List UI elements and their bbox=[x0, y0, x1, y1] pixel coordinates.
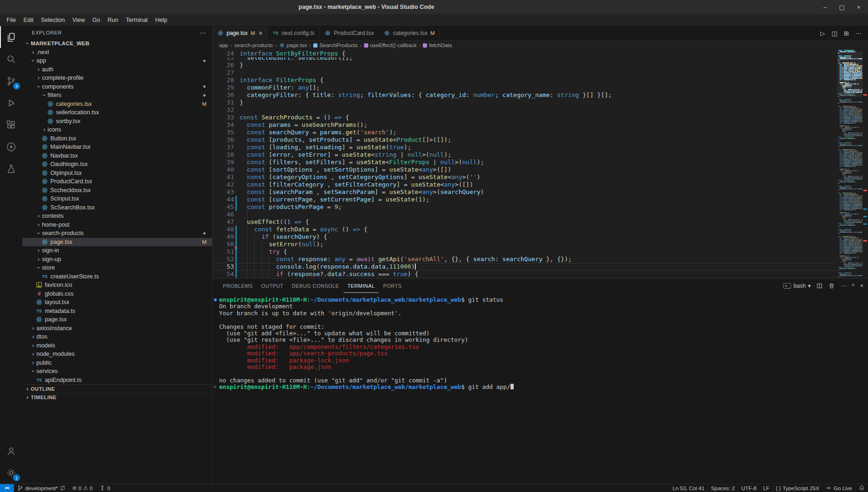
explorer-more-actions-icon[interactable]: ⋯ bbox=[200, 29, 207, 36]
menu-edit[interactable]: Edit bbox=[20, 15, 37, 25]
tree-file-mainnavbar-tsx[interactable]: MainNavbar.tsx bbox=[22, 143, 212, 152]
tree-folder-sign-in[interactable]: ›sign-in bbox=[22, 246, 212, 255]
sidebar-section-outline[interactable]: ›OUTLINE bbox=[22, 384, 212, 393]
code-line[interactable]: 27 bbox=[213, 69, 835, 76]
code-line[interactable]: 32 bbox=[213, 106, 835, 114]
tree-folder-public[interactable]: ›public bbox=[22, 359, 212, 367]
code-line[interactable]: 33const SearchProducts = () => { bbox=[213, 114, 835, 121]
tree-folder-store[interactable]: ›store bbox=[22, 263, 212, 272]
breadcrumb-item-fetchdata[interactable]: fetchData bbox=[423, 42, 452, 48]
tree-root-folder[interactable]: ›MARKETPLACE_WEB bbox=[22, 39, 212, 48]
status-notifications[interactable] bbox=[855, 484, 868, 492]
tree-file-createuserstore-ts[interactable]: TScreateUserStore.ts bbox=[22, 272, 212, 281]
code-line[interactable]: 30 categoryFilter: { title: string; filt… bbox=[213, 91, 835, 99]
tree-folder-contexts[interactable]: ›contexts bbox=[22, 212, 212, 221]
code-line[interactable]: 26} bbox=[213, 62, 835, 69]
tab-page-tsx[interactable]: page.tsxM× bbox=[213, 26, 268, 41]
code-line[interactable]: 42 const [filterCategory , setFilterCate… bbox=[213, 181, 835, 188]
kill-terminal-icon[interactable] bbox=[828, 283, 835, 289]
activity-search[interactable] bbox=[0, 48, 22, 70]
terminal-shell-selector[interactable]: >_bash▾ bbox=[783, 283, 811, 289]
code-line[interactable]: 47 useEffect(() => { bbox=[213, 218, 835, 226]
tree-folder-models[interactable]: ›models bbox=[22, 341, 212, 350]
tree-file-favicon-ico[interactable]: favicon.ico bbox=[22, 281, 212, 290]
tree-folder-next[interactable]: ›.next bbox=[22, 48, 212, 57]
status-indentation[interactable]: Spaces: 2 bbox=[708, 484, 738, 492]
more-actions-icon[interactable]: ⋯ bbox=[855, 30, 861, 37]
status-problems[interactable]: ⊘0⚠0 bbox=[69, 484, 96, 492]
menu-terminal[interactable]: Terminal bbox=[122, 15, 152, 25]
status-eol[interactable]: LF bbox=[760, 484, 772, 492]
status-encoding[interactable]: UTF-8 bbox=[738, 484, 760, 492]
tree-folder-complete-profile[interactable]: ›complete-profile bbox=[22, 74, 212, 83]
code-line[interactable]: 48 const fetchData = async () => { bbox=[213, 226, 835, 233]
code-line[interactable]: 34 const params = useSearchParams(); bbox=[213, 121, 835, 129]
tree-folder-filters[interactable]: ›filters bbox=[22, 91, 212, 100]
breadcrumb-item-page-tsx[interactable]: page.tsx bbox=[279, 42, 307, 48]
minimap-slider[interactable] bbox=[837, 51, 862, 97]
maximize-panel-icon[interactable]: ^ bbox=[852, 283, 854, 289]
menu-selection[interactable]: Selection bbox=[37, 15, 69, 25]
status-cursor-position[interactable]: Ln 53, Col 41 bbox=[669, 484, 708, 492]
code-line[interactable]: 28interface FilterProps { bbox=[213, 76, 835, 84]
activity-run-and-debug[interactable] bbox=[0, 92, 22, 114]
close-button[interactable]: × bbox=[854, 3, 863, 12]
menu-view[interactable]: View bbox=[69, 15, 89, 25]
tree-file-otpinput-tsx[interactable]: OtpInput.tsx bbox=[22, 169, 212, 178]
tree-folder-search-products[interactable]: ›search-products bbox=[22, 229, 212, 238]
tree-folder-services[interactable]: ›services bbox=[22, 367, 212, 376]
tab-next-config-ts[interactable]: TSnext.config.ts bbox=[268, 26, 320, 40]
panel-tab-problems[interactable]: PROBLEMS bbox=[219, 279, 256, 293]
tree-folder-home-post[interactable]: ›home-post bbox=[22, 221, 212, 229]
code-line[interactable]: 36 const [products, setProducts] = useSt… bbox=[213, 136, 835, 144]
close-panel-icon[interactable]: × bbox=[860, 283, 863, 289]
code-line[interactable]: 45 const productsPerPage = 9; bbox=[213, 203, 835, 211]
code-line[interactable]: 50 setError(null); bbox=[213, 241, 835, 248]
tree-folder-icons[interactable]: ›icons bbox=[22, 125, 212, 134]
code-line[interactable]: 53 console.log(response.data.data,111000… bbox=[213, 263, 835, 270]
tree-folder-axiosinstance[interactable]: ›axiosInstance bbox=[22, 324, 212, 333]
split-terminal-icon[interactable] bbox=[816, 283, 823, 289]
code-line[interactable]: 44 const [currentPage, setCurrentPage] =… bbox=[213, 196, 835, 203]
tree-file-layout-tsx[interactable]: layout.tsx bbox=[22, 298, 212, 307]
activity-thunder-client[interactable] bbox=[0, 136, 22, 158]
code-line[interactable]: 54 if (response?.data?.success === true)… bbox=[213, 270, 835, 278]
tree-file-metadata-ts[interactable]: TSmetadata.ts bbox=[22, 307, 212, 316]
overview-ruler[interactable] bbox=[862, 50, 868, 278]
tree-file-productcard-tsx[interactable]: ProductCard.tsx bbox=[22, 177, 212, 186]
tree-file-categories-tsx[interactable]: categories.tsxM bbox=[22, 100, 212, 109]
menu-help[interactable]: Help bbox=[152, 15, 171, 25]
tree-folder-node-modules[interactable]: ›node_modules bbox=[22, 350, 212, 359]
customize-layout-icon[interactable]: ⊞ bbox=[844, 30, 849, 37]
terminal[interactable]: enspirit@enspirit-H110M-H:~/Documents/ma… bbox=[213, 293, 868, 484]
tree-folder-app[interactable]: ›app bbox=[22, 56, 212, 65]
code-line[interactable]: 43 const [searchParam , setSearchParam] … bbox=[213, 188, 835, 196]
code-line[interactable]: 40 const [sortOptions , setSortOptions] … bbox=[213, 166, 835, 173]
activity-source-control[interactable]: 4 bbox=[0, 70, 22, 92]
tree-folder-dtos[interactable]: ›dtos bbox=[22, 333, 212, 341]
tree-file-globals-css[interactable]: #globals.css bbox=[22, 290, 212, 298]
code-line[interactable]: 24interface SortByFilterProps { bbox=[213, 50, 835, 57]
status-remote[interactable]: >< bbox=[0, 484, 14, 492]
tree-file-page-tsx[interactable]: page.tsx bbox=[22, 315, 212, 324]
code-editor[interactable]: 24interface SortByFilterProps {25 select… bbox=[213, 50, 868, 278]
activity-extensions[interactable] bbox=[0, 114, 22, 136]
activity-settings[interactable]: 1 bbox=[0, 462, 22, 484]
code-line[interactable]: 29 commonFilter: any[]; bbox=[213, 84, 835, 91]
tree-file-sccheckbox-tsx[interactable]: Sccheckbox.tsx bbox=[22, 186, 212, 195]
run-icon[interactable]: ▷ bbox=[820, 30, 825, 37]
tree-file-scsearchbox-tsx[interactable]: ScSearchBox.tsx bbox=[22, 203, 212, 212]
tree-file-oauthlogin-tsx[interactable]: Oauthlogin.tsx bbox=[22, 160, 212, 169]
code-line[interactable]: 51 try { bbox=[213, 248, 835, 256]
tree-file-sortby-tsx[interactable]: sortby.tsx bbox=[22, 117, 212, 126]
menu-file[interactable]: File bbox=[3, 15, 20, 25]
code-line[interactable]: 39 const [filters, setFilters] = useStat… bbox=[213, 159, 835, 166]
breadcrumb-item-search-products[interactable]: search-products bbox=[234, 42, 273, 48]
tree-folder-auth[interactable]: ›auth bbox=[22, 65, 212, 74]
code-line[interactable]: 25 selectedSort: selectedSort[]; bbox=[213, 57, 835, 62]
tree-file-sellerlocation-tsx[interactable]: sellerlocation.tsx bbox=[22, 108, 212, 117]
tree-file-page-tsx[interactable]: page.tsxM bbox=[22, 238, 212, 247]
menu-go[interactable]: Go bbox=[89, 15, 104, 25]
code-line[interactable]: 52 const response: any = await getApi('s… bbox=[213, 256, 835, 263]
breadcrumb-item-app[interactable]: app bbox=[219, 42, 228, 48]
